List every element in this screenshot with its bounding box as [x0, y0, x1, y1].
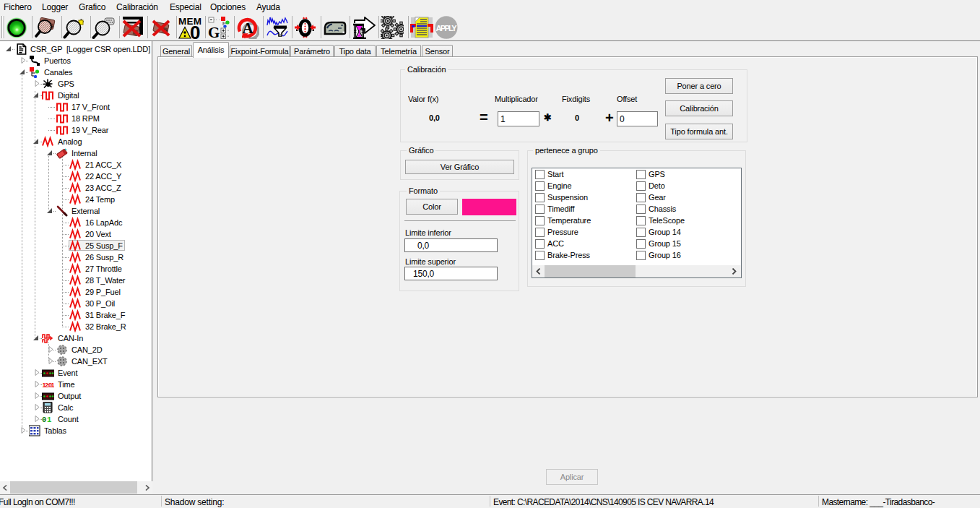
svg-text:0: 0 [190, 22, 200, 40]
svg-text:0: 0 [42, 415, 46, 423]
svg-text:G: G [208, 24, 220, 39]
svg-text:12:01: 12:01 [43, 382, 55, 389]
svg-text:1: 1 [47, 415, 51, 423]
svg-text:A: A [243, 20, 254, 37]
svg-text:APPLY: APPLY [436, 24, 458, 33]
